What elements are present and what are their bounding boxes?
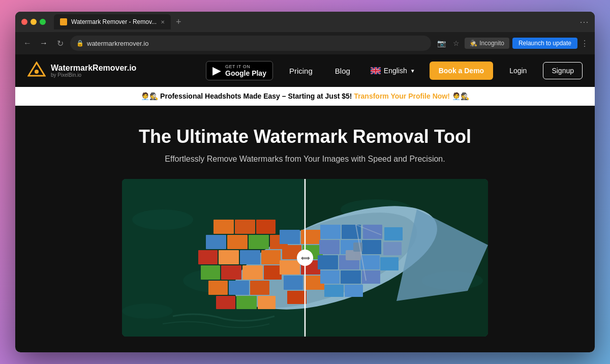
svg-text:⟺: ⟺ [301,255,310,262]
svg-rect-14 [214,220,234,234]
svg-rect-56 [380,257,399,270]
browser-actions: 📷 ☆ 🕵️ Incognito Relaunch to update ⋮ [435,37,589,49]
svg-rect-58 [341,270,361,284]
tab-favicon [60,18,67,25]
svg-rect-60 [324,285,344,297]
signup-button[interactable]: Signup [543,62,583,79]
close-button[interactable] [21,19,27,25]
maximize-button[interactable] [40,19,46,25]
relaunch-button[interactable]: Relaunch to update [512,38,577,49]
before-after-container[interactable]: ⟺ [122,179,488,337]
logo-icon [27,62,46,80]
svg-rect-63 [353,242,362,252]
svg-rect-24 [261,250,281,264]
svg-rect-23 [240,250,260,264]
svg-rect-36 [301,230,320,244]
svg-point-1 [35,70,39,74]
svg-point-8 [122,304,173,319]
browser-window: Watermark Remover - Remov... ✕ + ⋯ ← → ↻… [15,12,595,352]
svg-rect-43 [287,291,307,304]
google-play-label: Google Play [225,69,266,78]
svg-rect-30 [229,281,249,295]
svg-rect-18 [227,235,248,249]
browser-controls: ← → ↻ 🔒 watermarkremover.io 📷 ☆ 🕵️ Incog… [15,32,595,54]
title-bar: Watermark Remover - Remov... ✕ + ⋯ [15,12,595,32]
star-icon[interactable]: ☆ [451,37,462,49]
more-options-button[interactable]: ⋮ [581,39,589,48]
incognito-icon: 🕵️ [470,40,477,47]
navbar: WatermarkRemover.io by PixelBin.io ▶ GET… [15,54,595,87]
promo-text-after: 🧑‍💼🕵️ [452,92,469,100]
promo-cta-link[interactable]: Transform Your Profile Now! [354,92,450,100]
play-icon: ▶ [212,64,221,77]
svg-rect-28 [264,265,282,280]
language-selector[interactable]: English ▼ [367,65,419,77]
tabs-area: Watermark Remover - Remov... ✕ + [54,14,575,29]
svg-rect-26 [221,265,241,280]
window-controls: ⋯ [580,16,589,27]
svg-rect-34 [258,296,276,309]
incognito-button[interactable]: 🕵️ Incognito [465,38,509,49]
svg-rect-39 [280,260,300,275]
svg-rect-52 [383,242,402,255]
svg-rect-16 [256,220,276,234]
page-content: WatermarkRemover.io by PixelBin.io ▶ GET… [15,54,595,352]
svg-rect-53 [318,255,338,269]
svg-marker-0 [28,63,45,76]
google-play-text: GET IT ON Google Play [225,64,266,78]
logo-text: WatermarkRemover.io by PixelBin.io [51,64,136,78]
promo-banner: 🧑‍💼🕵️ Professional Headshots Made Easy –… [15,87,595,106]
chevron-down-icon: ▼ [410,68,415,74]
svg-point-6 [132,209,193,230]
svg-rect-61 [345,285,363,297]
svg-rect-32 [216,296,235,309]
address-bar[interactable]: 🔒 watermarkremover.io [70,36,431,51]
svg-rect-33 [236,296,257,309]
google-play-badge[interactable]: ▶ GET IT ON Google Play [206,61,273,81]
svg-rect-31 [250,281,269,295]
svg-rect-19 [249,235,269,249]
svg-rect-48 [384,227,403,240]
tab-title: Watermark Remover - Remov... [71,18,157,25]
svg-rect-41 [284,276,303,290]
hero-section: The Ultimate Watermark Removal Tool Effo… [15,106,595,352]
url-text: watermarkremover.io [87,40,148,47]
svg-rect-25 [201,265,220,280]
svg-rect-15 [235,220,255,234]
svg-rect-27 [242,265,263,280]
minimize-button[interactable] [30,19,37,25]
svg-rect-49 [319,240,340,254]
hero-subtitle: Effortlessly Remove Watermarks from Your… [165,155,445,164]
promo-text-before: 🧑‍💼🕵️ Professional Headshots Made Easy –… [141,92,354,100]
login-button[interactable]: Login [503,63,533,79]
get-it-on-label: GET IT ON [225,64,266,69]
logo-area[interactable]: WatermarkRemover.io by PixelBin.io [27,62,136,80]
lock-icon: 🔒 [76,40,84,47]
tab-close-icon[interactable]: ✕ [161,19,165,25]
book-demo-button[interactable]: Book a Demo [430,62,493,80]
flag-icon [371,67,381,74]
language-label: English [384,67,407,75]
svg-rect-51 [362,240,381,254]
svg-rect-17 [206,235,226,249]
logo-sub: by PixelBin.io [51,72,136,78]
svg-rect-22 [219,250,239,264]
back-button[interactable]: ← [21,37,34,49]
incognito-label: Incognito [479,40,504,47]
svg-rect-57 [320,270,340,284]
new-tab-button[interactable]: + [173,17,185,27]
camera-icon[interactable]: 📷 [435,37,448,49]
svg-rect-35 [280,230,300,244]
active-tab[interactable]: Watermark Remover - Remov... ✕ [54,14,171,29]
ship-image: ⟺ [122,179,488,337]
blog-link[interactable]: Blog [329,63,356,79]
pricing-link[interactable]: Pricing [283,63,319,79]
forward-button[interactable]: → [38,37,50,49]
logo-name: WatermarkRemover.io [51,64,136,73]
traffic-lights [21,19,46,25]
svg-rect-29 [208,281,228,295]
hero-title: The Ultimate Watermark Removal Tool [139,126,471,147]
svg-rect-45 [320,225,341,239]
reload-button[interactable]: ↻ [54,37,66,49]
svg-rect-21 [198,250,218,264]
